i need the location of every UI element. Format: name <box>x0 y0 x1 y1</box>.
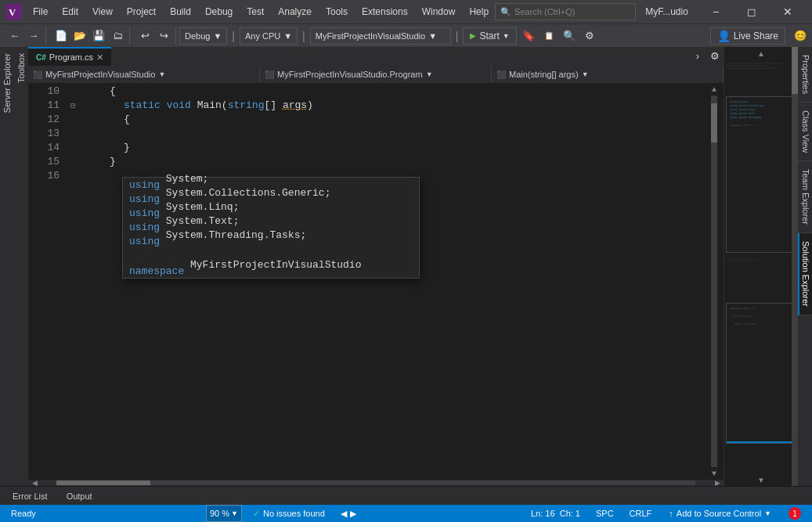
toolbox-tab[interactable]: Toolbox <box>15 47 27 89</box>
ready-label: Ready <box>11 509 36 518</box>
server-explorer-panel: Server Explorer <box>0 47 14 486</box>
mm-line-2 <box>726 65 768 67</box>
minimize-button[interactable]: − <box>698 0 734 23</box>
restore-button[interactable]: ◻ <box>734 0 770 23</box>
zoom-control[interactable]: 90 % ▼ <box>206 505 242 522</box>
vertical-scrollbar[interactable]: ▲ ▼ <box>711 83 717 480</box>
line-num-11: 11 <box>28 99 60 113</box>
settings-button[interactable]: ⚙ <box>581 27 598 45</box>
class-view-tab[interactable]: Class View <box>798 103 812 161</box>
solution-explorer-tab[interactable]: Solution Explorer <box>798 233 812 315</box>
scroll-thumb[interactable] <box>711 103 717 142</box>
title-bar: V File Edit View Project Build Debug Tes… <box>0 0 812 23</box>
menu-window[interactable]: Window <box>416 3 462 20</box>
project-breadcrumb-chevron: ▼ <box>158 70 165 78</box>
toolbar-file-group: 📄 📂 💾 🗂 <box>49 27 130 45</box>
fold-12 <box>67 113 78 127</box>
menu-file[interactable]: File <box>27 3 54 20</box>
save-all-button[interactable]: 🗂 <box>109 27 126 45</box>
source-control-up-icon: ↑ <box>669 509 673 518</box>
minimap-preview-bottom-content: namespace MyFirst... { class Program { s… <box>727 304 796 329</box>
forward-button[interactable]: → <box>25 27 42 45</box>
scroll-right-button[interactable]: ▶ <box>711 480 724 486</box>
horizontal-scroll-track[interactable] <box>56 481 695 485</box>
ready-status[interactable]: Ready <box>6 505 41 522</box>
server-explorer-tab[interactable]: Server Explorer <box>1 47 13 119</box>
redo-button[interactable]: ↪ <box>155 27 172 45</box>
menu-build[interactable]: Build <box>164 3 197 20</box>
minimap-scroll-down[interactable]: ▼ <box>724 473 798 486</box>
snippet-button[interactable]: 📋 <box>540 27 558 45</box>
error-list-tab[interactable]: Error List <box>3 488 57 504</box>
scroll-track[interactable] <box>711 95 717 467</box>
platform-chevron: ▼ <box>283 31 292 41</box>
nav-arrows[interactable]: ◀ ▶ <box>336 505 361 522</box>
debug-mode-dropdown[interactable]: Debug ▼ <box>179 27 227 45</box>
line-num-10: 10 <box>28 85 60 99</box>
line-num-16: 16 <box>28 169 60 183</box>
project-dropdown[interactable]: MyFirstProjectInVisualStudio ▼ <box>310 27 451 45</box>
open-button[interactable]: 📂 <box>71 27 88 45</box>
start-button[interactable]: ▶ Start ▼ <box>463 27 516 45</box>
scroll-left-button[interactable]: ◀ <box>28 480 41 486</box>
scroll-up-button[interactable]: ▲ <box>711 83 717 95</box>
horizontal-scrollbar[interactable]: ◀ ▶ <box>28 480 724 486</box>
new-project-button[interactable]: 📄 <box>52 27 70 45</box>
menu-extensions[interactable]: Extensions <box>355 3 414 20</box>
undo-button[interactable]: ↩ <box>136 27 153 45</box>
scroll-down-button[interactable]: ▼ <box>711 467 717 480</box>
search-box[interactable]: 🔍 Search (Ctrl+Q) <box>495 3 636 20</box>
error-badge-area[interactable]: 1 <box>784 505 806 522</box>
menu-analyze[interactable]: Analyze <box>272 3 318 20</box>
project-breadcrumb[interactable]: ⬛ MyFirstProjectInVisualStudio ▼ <box>28 66 260 83</box>
minimap-content-top <box>724 59 798 95</box>
member-breadcrumb[interactable]: ⬛ Main(string[] args) ▼ <box>492 66 724 83</box>
class-breadcrumb[interactable]: ⬛ MyFirstProjectInVisualStudio.Program ▼ <box>260 66 492 83</box>
menu-help[interactable]: Help <box>463 3 495 20</box>
close-button[interactable]: ✕ <box>770 0 806 23</box>
line-num-12: 12 <box>28 113 60 127</box>
scroll-tabs-right[interactable]: › <box>689 47 706 64</box>
editor-tab-bar: C# Program.cs ✕ › ⚙ <box>28 47 724 66</box>
program-cs-tab[interactable]: C# Program.cs ✕ <box>28 47 111 66</box>
team-explorer-tab[interactable]: Team Explorer <box>798 161 812 233</box>
horizontal-scroll-thumb[interactable] <box>56 481 150 485</box>
tab-close-button[interactable]: ✕ <box>96 52 103 63</box>
line-ending-status[interactable]: CRLF <box>625 505 657 522</box>
find-button[interactable]: 🔍 <box>561 27 578 45</box>
minimap-thumb[interactable] <box>792 47 798 94</box>
code-line-14: } <box>81 141 724 155</box>
line-num-13: 13 <box>28 127 60 141</box>
fold-11[interactable]: ⊟ <box>67 99 78 113</box>
code-editor[interactable]: 10 11 12 13 14 15 16 ⊟ { <box>28 83 724 480</box>
fold-10 <box>67 85 78 99</box>
minimap-scrollbar[interactable] <box>792 47 798 486</box>
encoding-status[interactable]: SPC <box>591 505 619 522</box>
menu-debug[interactable]: Debug <box>199 3 239 20</box>
properties-tab[interactable]: Properties <box>798 47 812 103</box>
platform-dropdown[interactable]: Any CPU ▼ <box>240 27 298 45</box>
start-label: Start <box>479 31 499 41</box>
menu-project[interactable]: Project <box>121 3 162 20</box>
menu-tools[interactable]: Tools <box>319 3 354 20</box>
save-button[interactable]: 💾 <box>90 27 107 45</box>
menu-edit[interactable]: Edit <box>56 3 85 20</box>
search-icon: 🔍 <box>500 7 511 17</box>
back-button[interactable]: ← <box>6 27 23 45</box>
autocomplete-popup[interactable]: using System; using System.Collections.G… <box>122 177 420 279</box>
menu-test[interactable]: Test <box>240 3 270 20</box>
line-status: Ln: 16 Ch: 1 <box>526 505 585 522</box>
bookmark-button[interactable]: 🔖 <box>520 27 537 45</box>
vs-logo-icon: V <box>6 4 22 20</box>
output-tab[interactable]: Output <box>57 488 102 504</box>
issues-status[interactable]: ✓ No issues found <box>248 505 330 522</box>
tab-settings-button[interactable]: ⚙ <box>706 47 724 64</box>
main-area: Server Explorer Toolbox C# Program.cs ✕ … <box>0 47 812 486</box>
source-control-button[interactable]: ↑ Add to Source Control ▼ <box>662 505 778 522</box>
feedback-button[interactable]: 😊 <box>792 27 809 45</box>
fold-14 <box>67 141 78 155</box>
code-content[interactable]: { static void Main(string[] args) { } } <box>78 83 724 480</box>
minimap-scroll-up[interactable]: ▲ <box>724 47 798 59</box>
live-share-button[interactable]: 👤 Live Share <box>710 27 785 45</box>
menu-view[interactable]: View <box>86 3 119 20</box>
